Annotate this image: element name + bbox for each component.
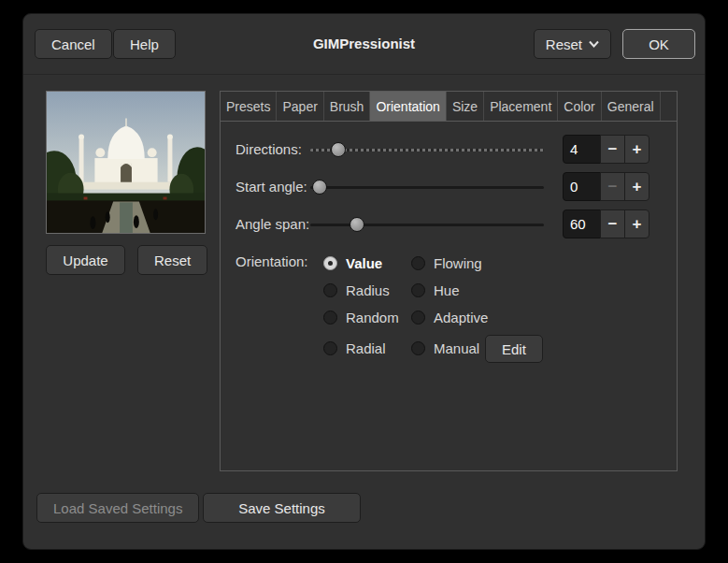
radio-option-adaptive[interactable]: Adaptive — [411, 308, 488, 326]
reset-dropdown-button[interactable]: Reset — [534, 29, 611, 59]
settings-notebook: Presets Paper Brush Orientation Size Pla… — [220, 91, 678, 471]
radio-option-random[interactable]: Random — [323, 308, 399, 326]
header-bar: Cancel Help GIMPressionist Reset OK — [23, 14, 705, 75]
radio-icon[interactable] — [411, 310, 425, 325]
slider-handle[interactable] — [331, 142, 346, 157]
radio-icon[interactable] — [411, 256, 425, 270]
tab-presets[interactable]: Presets — [221, 92, 277, 121]
radio-icon[interactable] — [323, 256, 337, 270]
radio-icon[interactable] — [411, 283, 425, 297]
directions-label: Directions: — [236, 135, 302, 164]
preview-panel — [46, 91, 206, 234]
tab-size[interactable]: Size — [447, 92, 484, 121]
start-angle-label: Start angle: — [236, 172, 307, 201]
directions-plus-button[interactable]: + — [624, 135, 649, 164]
gimpressionist-dialog: Cancel Help GIMPressionist Reset OK — [22, 13, 706, 550]
angle-span-plus-button[interactable]: + — [624, 209, 649, 238]
radio-icon[interactable] — [411, 341, 425, 355]
radio-option-label: Value — [346, 255, 382, 271]
edit-button[interactable]: Edit — [485, 335, 543, 363]
update-button[interactable]: Update — [46, 245, 125, 275]
tab-placement[interactable]: Placement — [484, 92, 558, 121]
chevron-down-icon — [589, 40, 599, 48]
radio-icon[interactable] — [323, 310, 337, 325]
radio-option-label: Flowing — [434, 255, 482, 271]
start-angle-plus-button[interactable]: + — [624, 172, 649, 201]
tab-bar: Presets Paper Brush Orientation Size Pla… — [221, 92, 677, 122]
preview-image[interactable] — [47, 92, 205, 233]
slider-handle[interactable] — [350, 217, 364, 232]
directions-value[interactable]: 4 — [563, 135, 601, 164]
tab-paper[interactable]: Paper — [277, 92, 323, 121]
radio-option-radius[interactable]: Radius — [323, 281, 390, 299]
start-angle-minus-button: − — [600, 172, 625, 201]
radio-option-label: Hue — [434, 282, 460, 298]
radio-option-label: Radial — [346, 340, 386, 356]
radio-option-label: Radius — [346, 282, 390, 298]
radio-option-label: Manual — [434, 340, 479, 356]
radio-option-value[interactable]: Value — [323, 253, 382, 272]
radio-option-flowing[interactable]: Flowing — [411, 253, 482, 272]
angle-span-minus-button[interactable]: − — [600, 209, 625, 238]
radio-option-hue[interactable]: Hue — [411, 281, 460, 299]
radio-option-label: Random — [346, 310, 399, 325]
radio-option-manual[interactable]: Manual — [411, 339, 479, 357]
tab-general[interactable]: General — [602, 92, 661, 121]
preview-reset-button[interactable]: Reset — [137, 245, 207, 275]
reset-dropdown-label: Reset — [546, 36, 582, 52]
angle-span-value[interactable]: 60 — [563, 209, 601, 238]
tab-brush[interactable]: Brush — [324, 92, 371, 121]
radio-icon[interactable] — [323, 283, 337, 297]
start-angle-slider[interactable] — [310, 179, 544, 195]
angle-span-slider[interactable] — [310, 216, 544, 233]
slider-track — [310, 224, 544, 226]
slider-handle[interactable] — [312, 180, 327, 195]
orientation-label: Orientation: — [236, 247, 308, 276]
directions-minus-button[interactable]: − — [600, 135, 625, 164]
radio-option-radial[interactable]: Radial — [323, 339, 386, 357]
screen: Cancel Help GIMPressionist Reset OK — [0, 0, 728, 563]
slider-track — [310, 186, 544, 189]
radio-option-label: Adaptive — [434, 310, 488, 325]
angle-span-label: Angle span: — [236, 209, 309, 238]
directions-slider[interactable] — [310, 141, 544, 158]
radio-icon[interactable] — [323, 341, 337, 355]
load-saved-settings-button: Load Saved Settings — [36, 493, 199, 523]
save-settings-button[interactable]: Save Settings — [203, 493, 361, 523]
ok-button[interactable]: OK — [622, 29, 695, 59]
tab-color[interactable]: Color — [558, 92, 601, 121]
start-angle-value[interactable]: 0 — [563, 172, 601, 201]
tab-orientation[interactable]: Orientation — [370, 92, 446, 121]
